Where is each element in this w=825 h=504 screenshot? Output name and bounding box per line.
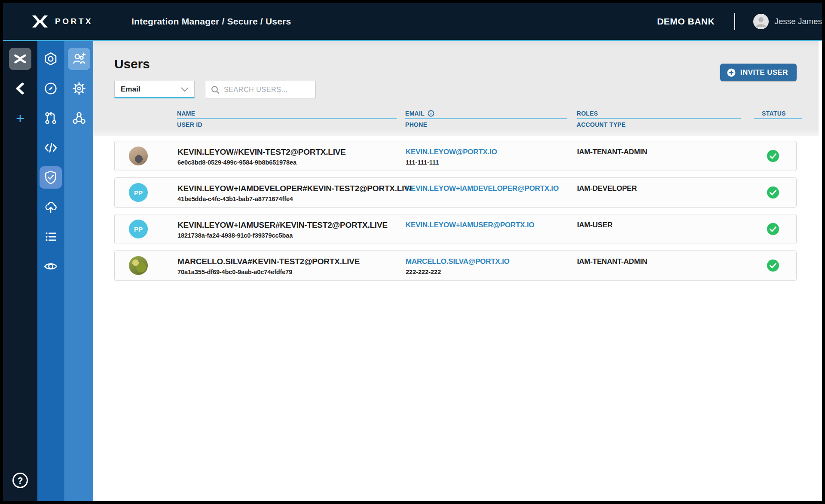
page-title: Users	[114, 57, 797, 71]
user-phone-cell: 222-222-222	[406, 269, 577, 275]
top-nav: PORTX Integration Manager / Secure / Use…	[3, 3, 822, 41]
user-avatar[interactable]	[753, 14, 769, 29]
help-icon[interactable]: ?	[9, 469, 31, 492]
search-users-input[interactable]	[224, 86, 311, 94]
compass-icon[interactable]	[40, 77, 62, 100]
code-icon[interactable]	[40, 137, 62, 159]
cloud-upload-icon[interactable]	[40, 196, 62, 218]
status-active-icon	[767, 186, 779, 199]
user-roles-cell: IAM-DEVELOPER	[577, 183, 762, 194]
sidebar-rail-secure	[64, 41, 93, 501]
header-rule	[577, 118, 741, 119]
nav-divider	[734, 13, 735, 30]
header-user-id: USER ID	[177, 121, 397, 128]
search-icon	[211, 85, 220, 95]
header-status: STATUS	[762, 110, 802, 117]
header-roles: ROLES	[577, 110, 741, 117]
eye-icon[interactable]	[40, 255, 62, 278]
search-box	[205, 81, 316, 98]
git-pull-request-icon[interactable]	[40, 107, 62, 129]
breadcrumb: Integration Manager / Secure / Users	[131, 16, 291, 27]
user-name[interactable]: Jesse James	[774, 17, 822, 26]
user-email-link[interactable]: MARCELLO.SILVA@PORTX.IO	[406, 257, 510, 267]
brand-chevron-icon[interactable]	[9, 77, 31, 100]
table-row: PP KEVIN.LEYOW+IAMUSER#KEVIN-TEST2@PORTX…	[114, 214, 797, 244]
table-row: KEVIN.LEYOW#KEVIN-TEST2@PORTX.LIVE 6e0c3…	[114, 141, 797, 171]
gear-icon[interactable]	[68, 77, 90, 100]
user-id-cell: 1821738a-fa24-4938-91c0-f39379cc5baa	[177, 232, 406, 239]
info-icon[interactable]	[428, 110, 434, 117]
add-workspace-icon[interactable]: +	[9, 107, 31, 129]
user-email-link[interactable]: KEVIN.LEYOW@PORTX.IO	[406, 147, 497, 157]
user-name-cell: KEVIN.LEYOW+IAMDEVELOPER#KEVIN-TEST2@POR…	[177, 183, 406, 194]
person-icon	[753, 14, 769, 29]
invite-user-button[interactable]: INVITE USER	[720, 64, 797, 81]
status-active-icon	[767, 223, 779, 235]
filter-field-select[interactable]: Email	[114, 81, 195, 98]
user-list: KEVIN.LEYOW#KEVIN-TEST2@PORTX.LIVE 6e0c3…	[93, 136, 822, 281]
filter-selected-value: Email	[121, 85, 140, 94]
share-nodes-icon[interactable]	[68, 107, 90, 129]
filter-controls: Email	[114, 81, 797, 98]
user-id-cell: 6e0c3bd8-0529-499c-9584-9b8b651978ea	[177, 159, 406, 166]
app-window: PORTX Integration Manager / Secure / Use…	[3, 3, 822, 501]
scroll-gutter	[819, 41, 822, 140]
portx-app-icon[interactable]	[9, 48, 31, 70]
invite-user-label: INVITE USER	[740, 68, 788, 77]
user-roles-cell: IAM-USER	[577, 220, 762, 230]
header-rule	[177, 118, 397, 119]
nav-right-cluster: DEMO BANK Jesse James	[657, 13, 822, 30]
table-row: MARCELLO.SILVA#KEVIN-TEST2@PORTX.LIVE 70…	[114, 250, 797, 281]
main-content: Users INVITE USER Email	[93, 41, 822, 501]
user-id-cell: 70a1a355-df69-4bc0-9aab-a0c74efdfe79	[177, 269, 406, 275]
user-name-cell: KEVIN.LEYOW#KEVIN-TEST2@PORTX.LIVE	[177, 147, 406, 157]
status-active-icon	[767, 259, 779, 272]
svg-text:?: ?	[18, 476, 23, 486]
header-account-type: ACCOUNT TYPE	[577, 121, 741, 128]
user-photo-avatar	[129, 147, 148, 165]
user-id-cell: 41be5dda-c4fc-43b1-bab7-a8771674ffe4	[177, 195, 406, 202]
user-add-icon[interactable]	[68, 48, 90, 70]
user-photo-avatar	[129, 256, 148, 275]
user-initials-avatar: PP	[129, 220, 148, 238]
portx-logo: PORTX	[31, 15, 93, 28]
sidebar-rail-modules	[37, 41, 64, 501]
user-name-cell: KEVIN.LEYOW+IAMUSER#KEVIN-TEST2@PORTX.LI…	[177, 220, 406, 230]
tenant-name: DEMO BANK	[657, 16, 715, 27]
hexagon-settings-icon[interactable]	[40, 48, 62, 70]
plus-circle-icon	[727, 68, 736, 77]
shield-check-icon[interactable]	[40, 166, 62, 189]
user-name-cell: MARCELLO.SILVA#KEVIN-TEST2@PORTX.LIVE	[177, 257, 406, 267]
table-row: PP KEVIN.LEYOW+IAMDEVELOPER#KEVIN-TEST2@…	[114, 177, 797, 208]
user-phone-cell: 111-111-111	[406, 159, 577, 166]
user-initials-avatar: PP	[129, 183, 148, 202]
user-roles-cell: IAM-TENANT-ADMIN	[577, 147, 762, 157]
user-roles-cell: IAM-TENANT-ADMIN	[577, 257, 762, 267]
chevron-down-icon	[180, 87, 189, 92]
content-header: Users INVITE USER Email	[93, 41, 822, 136]
user-email-link[interactable]: KEVIN.LEYOW+IAMUSER@PORTX.IO	[406, 220, 535, 230]
list-icon[interactable]	[40, 226, 62, 248]
header-email: EMAIL	[405, 110, 425, 117]
header-rule	[754, 118, 802, 119]
status-active-icon	[767, 150, 779, 162]
portx-x-icon	[31, 15, 49, 28]
sidebar-rail-apps: + ?	[3, 41, 37, 501]
header-name: NAME	[177, 110, 397, 117]
header-rule	[405, 118, 567, 119]
header-phone: PHONE	[405, 121, 567, 128]
table-header: NAME USER ID EMAIL	[114, 110, 797, 130]
brand-name: PORTX	[55, 17, 93, 26]
user-email-link[interactable]: KEVIN.LEYOW+IAMDEVELOPER@PORTX.IO	[406, 183, 559, 194]
